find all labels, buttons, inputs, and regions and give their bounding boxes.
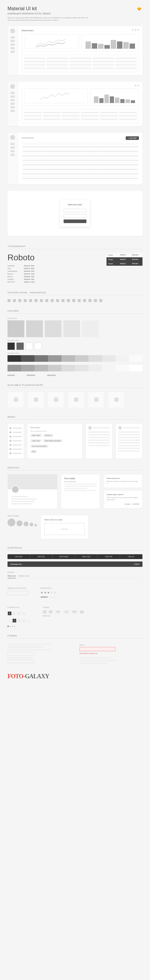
nav-item[interactable] <box>11 36 15 38</box>
nav-item[interactable] <box>11 95 15 97</box>
search-input[interactable] <box>8 591 28 595</box>
list-item[interactable] <box>118 450 140 452</box>
filter-chip[interactable]: Other filtering submitted <box>43 439 62 442</box>
nav-item[interactable] <box>11 40 15 42</box>
nav-item[interactable] <box>11 51 15 53</box>
menu-item[interactable] <box>9 439 22 443</box>
menu-item[interactable] <box>9 430 22 434</box>
nav-item[interactable] <box>11 150 15 152</box>
undo-button[interactable]: UNDO <box>134 563 139 565</box>
text-input[interactable] <box>8 660 35 663</box>
dot-icon[interactable] <box>9 626 11 627</box>
list-item[interactable] <box>118 437 140 438</box>
image-icon <box>14 398 18 402</box>
list-item[interactable] <box>118 439 140 441</box>
text-input[interactable] <box>8 652 35 655</box>
tab-item[interactable]: ITEM FIVE <box>98 554 120 559</box>
page-button[interactable]: 3 <box>22 619 26 623</box>
filter-icon[interactable] <box>43 610 46 613</box>
image-icon <box>54 398 58 402</box>
page-button[interactable]: 3 <box>17 611 21 616</box>
nav-icon <box>94 299 97 302</box>
filter-chip[interactable]: Claim: New <box>30 439 42 442</box>
nav-item[interactable] <box>11 106 15 108</box>
list-item[interactable] <box>88 434 110 435</box>
page-title: Material UI kit <box>8 6 142 11</box>
tab-item[interactable]: ITEM SIX <box>120 554 142 559</box>
topbar-icon[interactable] <box>135 85 136 86</box>
list-item[interactable] <box>88 437 110 438</box>
password-field[interactable] <box>63 214 87 218</box>
nav-icon <box>67 299 70 302</box>
list-item[interactable] <box>88 445 110 446</box>
section-menu: MENU <box>8 415 142 420</box>
tab-item[interactable]: ITEM ONE <box>8 554 30 559</box>
dropzone[interactable]: Drop here <box>44 523 85 535</box>
dot-icon[interactable] <box>8 626 9 627</box>
placeholder-tile <box>108 391 125 408</box>
topbar-icon[interactable] <box>137 85 139 86</box>
nav-item[interactable] <box>11 110 15 112</box>
error-input[interactable] <box>79 647 115 651</box>
topbar-icon[interactable] <box>137 29 139 30</box>
gradient-row <box>8 355 142 362</box>
hex-label: #DEDEDE <box>27 374 35 376</box>
nav-item[interactable] <box>11 154 15 156</box>
list-item[interactable] <box>88 431 110 433</box>
nav-item[interactable] <box>11 146 15 149</box>
nav-icon <box>24 299 27 302</box>
filter-chip[interactable]: Date: Today <box>30 434 42 437</box>
user-menu-1 <box>85 423 112 459</box>
page-button[interactable]: 4 <box>22 611 26 616</box>
tab-item[interactable]: Medium view <box>19 575 29 577</box>
list-item[interactable] <box>118 431 140 433</box>
action-button[interactable]: + ADD NEW <box>126 136 139 140</box>
color-swatch <box>8 320 24 337</box>
menu-item[interactable] <box>9 434 22 439</box>
topbar-icon[interactable] <box>135 29 136 30</box>
nav-item[interactable] <box>11 103 15 105</box>
confirm-button[interactable]: CONFIRM <box>132 503 139 505</box>
placeholder-tile <box>48 391 64 408</box>
nav-item[interactable] <box>11 92 15 94</box>
nav-item[interactable] <box>11 143 15 145</box>
cancel-button[interactable]: CANCEL <box>124 503 130 505</box>
page-button[interactable]: 1 <box>8 611 12 616</box>
tab-item[interactable]: ITEM THREE <box>52 554 75 559</box>
email-field[interactable] <box>63 209 87 212</box>
menu-item[interactable] <box>9 451 22 455</box>
list-item[interactable] <box>118 434 140 435</box>
filter-chip[interactable]: and count more filters <box>30 445 48 448</box>
filter-icon[interactable] <box>49 610 52 613</box>
menu-icon <box>9 431 11 433</box>
tab-item[interactable]: ITEM TWO <box>30 554 52 559</box>
nav-item[interactable] <box>11 99 15 101</box>
page-next-button[interactable]: › <box>27 619 31 623</box>
page-button[interactable]: 1 <box>12 619 16 623</box>
menu-icon <box>9 427 11 429</box>
topbar-icon[interactable] <box>132 29 134 30</box>
page-button[interactable]: 2 <box>17 619 21 623</box>
list-item[interactable] <box>118 442 140 444</box>
list-item[interactable] <box>88 442 110 444</box>
nav-item[interactable] <box>11 47 15 49</box>
star-rating[interactable]: ★★★☆☆ <box>41 591 58 594</box>
dot-icon[interactable] <box>14 626 15 627</box>
list-item[interactable] <box>118 445 140 446</box>
login-button[interactable] <box>63 220 87 223</box>
tab-item[interactable]: Table view <box>8 575 16 578</box>
snackbar: Message sent UNDO <box>8 562 142 567</box>
filter-chip[interactable]: Service: A <box>43 434 54 437</box>
page-prev-button[interactable]: ‹ <box>8 619 12 623</box>
page-button[interactable]: 2 <box>12 611 16 616</box>
menu-item[interactable] <box>9 426 22 430</box>
nav-item[interactable] <box>11 43 15 46</box>
filter-icon[interactable] <box>80 610 84 613</box>
filter-chip[interactable]: USA <box>30 450 37 453</box>
menu-item[interactable] <box>9 443 22 447</box>
dot-icon[interactable] <box>12 626 13 627</box>
menu-item[interactable] <box>9 447 22 451</box>
list-item[interactable] <box>118 448 140 449</box>
list-item[interactable] <box>88 439 110 441</box>
tab-item[interactable]: ITEM FOUR <box>75 554 98 559</box>
